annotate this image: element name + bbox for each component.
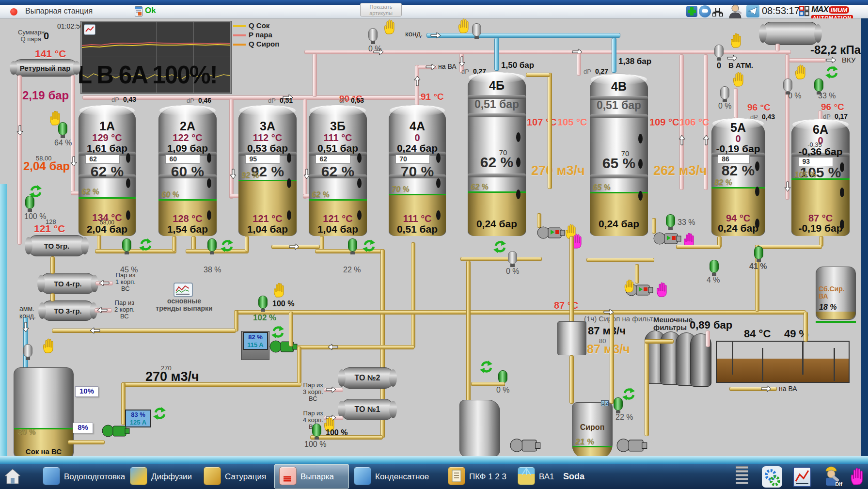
juice-tank[interactable]: 30 % Сок на ВС: [14, 367, 74, 458]
pipe: [229, 99, 234, 199]
pump2-vfd[interactable]: 82 %115 A: [243, 332, 268, 350]
valve-38[interactable]: [204, 238, 220, 254]
buffer-tank[interactable]: [459, 400, 500, 457]
valve-atm[interactable]: [710, 45, 727, 60]
level-setpoint[interactable]: 60: [165, 155, 200, 164]
to5-exchanger[interactable]: ТО 5гр.: [28, 235, 86, 256]
sirup-pump[interactable]: [616, 436, 648, 456]
valve-100-mid[interactable]: [254, 296, 271, 311]
evaporator-4a[interactable]: 4А 0 0,24 бар 70 70 % 70 % 111 °C 0,51 б…: [389, 105, 446, 236]
to-n2-exchanger[interactable]: ТО №2: [341, 367, 394, 389]
pipe: [297, 345, 414, 349]
evaporator-4v[interactable]: 4В 0,51 бар 70 65 % 65 % 0,24 бар: [590, 74, 648, 236]
sum-qpara-label: Суммарн Q пара: [18, 29, 41, 43]
sbsir-tank[interactable]: Сб.Сир. ВА 18 %: [816, 267, 856, 320]
pump2[interactable]: [269, 339, 299, 355]
chat-icon[interactable]: [699, 5, 711, 17]
to4-exchanger[interactable]: ТО 4-гр.: [40, 273, 95, 294]
valve-kond-2[interactable]: [468, 23, 485, 39]
worker-icon[interactable]: Dif: [820, 464, 842, 488]
setpoint-box-10[interactable]: 10%: [75, 386, 98, 397]
chart-button-icon[interactable]: [84, 24, 95, 35]
settings-gears-icon[interactable]: [762, 466, 782, 488]
temp-96-6a: 96 °C: [821, 102, 844, 112]
setpoint-box-8[interactable]: 8%: [73, 423, 93, 433]
add-icon[interactable]: [686, 6, 697, 17]
show-articles-button[interactable]: Показатьартикулы: [360, 3, 402, 16]
condenser-vessel[interactable]: [762, 22, 819, 45]
taskbar-icon-va1[interactable]: [518, 467, 535, 485]
trend-app-icon[interactable]: [793, 467, 811, 487]
sirup-label: Сироп: [572, 423, 612, 432]
evaporator-4b[interactable]: 4Б 0,51 бар 70 62 % 62 % 0,24 бар: [468, 72, 526, 236]
taskbar-icon-saturacia[interactable]: [204, 467, 221, 485]
auto-mode-icon: [139, 238, 152, 252]
pump-4b[interactable]: [537, 225, 566, 241]
taskbar-item-pkf[interactable]: ПКФ 1 2 3: [469, 472, 506, 482]
to3-exchanger[interactable]: ТО 3-гр.: [41, 300, 95, 321]
taskbar-item-diffuzii[interactable]: Диффузии: [151, 472, 192, 482]
taskbar-icon-diffuzii[interactable]: [130, 467, 147, 485]
sirup-tank[interactable]: Сироп 21 %: [572, 402, 613, 459]
evaporator-2a[interactable]: 2А 122 °C 1,09 бар 60 60 % 60 % 128 °C 1…: [158, 105, 217, 236]
taskbar-item-kondensatnoe[interactable]: Конденсатное: [375, 472, 429, 482]
taskbar-icon-vyparka[interactable]: [279, 467, 297, 485]
valve-64[interactable]: [54, 122, 71, 138]
user-icon[interactable]: [728, 4, 743, 18]
level-setpoint[interactable]: 62: [85, 155, 120, 164]
touch-hand-icon[interactable]: [849, 467, 865, 486]
taskbar-item-saturacia[interactable]: Сатурация: [225, 472, 266, 482]
to-n1-exchanger[interactable]: ТО №1: [341, 399, 394, 420]
valve-100[interactable]: [21, 196, 38, 211]
valve-22[interactable]: [344, 238, 361, 254]
valve-45-label: 45 %: [120, 266, 138, 274]
pump1[interactable]: [102, 424, 131, 439]
manual-hand-icon: [655, 282, 668, 297]
menu-lines-icon[interactable]: [736, 466, 750, 488]
valve-100-bottom[interactable]: [308, 424, 325, 439]
telegram-icon[interactable]: [746, 5, 759, 17]
steam-pressure-2: 2,04 бар: [23, 160, 70, 173]
log-icon[interactable]: [135, 6, 142, 16]
evaporator-3a[interactable]: 3А 112 °C 0,53 бар 95 92 % 92 % 121 °C 1…: [238, 105, 297, 236]
valve-33-5a[interactable]: [662, 214, 679, 230]
evaporator-6a[interactable]: 6А 0 -0,35 -0,36 бар 93 105 % 105 % 87 °…: [791, 119, 850, 236]
buffer-pump[interactable]: [510, 436, 542, 456]
home-button[interactable]: [4, 468, 23, 486]
evaporator-3b[interactable]: 3Б 111 °C 0,51 бар 62 62 % 62 % 121 °C 1…: [309, 105, 367, 236]
taskbar-item-vyparka[interactable]: Выпарка: [300, 472, 334, 482]
valve-0-mid[interactable]: [504, 251, 521, 267]
level-setpoint[interactable]: 62: [316, 155, 350, 164]
network-icon[interactable]: [712, 8, 723, 16]
return-steam-vessel[interactable]: Ретурный пар: [13, 59, 78, 77]
auto-mode-icon: [153, 407, 166, 420]
alarm-dot-icon[interactable]: [10, 8, 17, 16]
trends-button[interactable]: [174, 283, 193, 297]
valve-4[interactable]: [706, 260, 722, 275]
flow-arrow: [90, 327, 100, 334]
taskbar-icon-pkf[interactable]: [448, 467, 465, 485]
level-setpoint[interactable]: 95: [245, 155, 280, 164]
desktop-edge: [0, 184, 7, 456]
valve-45[interactable]: [118, 238, 135, 254]
valve-5a-top[interactable]: [716, 86, 733, 102]
valve-0-low-label: 0 %: [496, 386, 510, 394]
evaporator-1a[interactable]: 1А 129 °C 1,61 бар 62 62 % 62 % 134 °C 5…: [79, 105, 136, 236]
flow-arrow: [22, 322, 29, 332]
valve-amm[interactable]: [19, 344, 36, 360]
valve-41[interactable]: [750, 246, 767, 262]
evaporator-5a[interactable]: 5А 0 -0,19 бар 86 82 % 82 % 94 °C 0,24 б…: [711, 118, 765, 236]
pipe: [172, 236, 176, 252]
level-setpoint[interactable]: 70: [395, 155, 430, 164]
taskbar-icon-kondensatnoe[interactable]: [354, 467, 371, 485]
valve-kond-0[interactable]: [364, 28, 381, 44]
grid-icon[interactable]: [799, 6, 809, 16]
taskbar-item-soda[interactable]: Soda: [563, 472, 584, 482]
taskbar-item-va1[interactable]: ВА1: [539, 472, 554, 482]
flow-arrow: [761, 385, 772, 392]
syrup-collector[interactable]: [557, 321, 586, 355]
valve-22-sirup[interactable]: [610, 397, 626, 413]
taskbar-icon-vodopodgotovka[interactable]: [43, 467, 60, 485]
pipe: [303, 99, 307, 199]
taskbar-item-vodopodgotovka[interactable]: Водоподготовка: [64, 472, 125, 482]
